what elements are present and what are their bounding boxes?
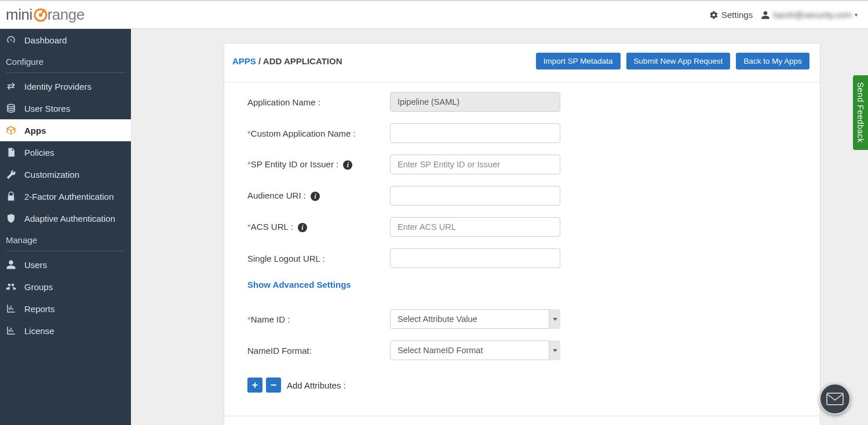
row-name-id: *Name ID : Select Attribute Value [247, 309, 797, 329]
wrench-icon [6, 169, 16, 179]
sidebar-item-label: Policies [24, 148, 54, 157]
row-nameid-format: NameID Format: Select NameID Format [247, 340, 797, 360]
brand-logo[interactable]: minirange [6, 6, 85, 24]
sidebar-section-manage: Manage [0, 229, 131, 250]
info-icon[interactable]: i [343, 160, 352, 170]
chart-icon [6, 325, 16, 336]
remove-attribute-button[interactable]: − [266, 378, 281, 393]
mail-icon [826, 393, 844, 405]
sidebar-item-reports[interactable]: Reports [0, 298, 131, 320]
select-name-id[interactable]: Select Attribute Value [390, 309, 560, 329]
breadcrumb: APPS / ADD APPLICATION [232, 56, 342, 66]
label-nameid-format: NameID Format: [247, 346, 390, 356]
input-app-name [390, 92, 560, 112]
mail-fab-button[interactable] [819, 383, 851, 415]
sidebar-item-label: Identity Providers [24, 82, 92, 91]
header-buttons: Import SP Metadata Submit New App Reques… [536, 53, 809, 69]
exchange-icon [6, 81, 16, 91]
user-email: harsh@security.com [773, 10, 852, 20]
submit-app-request-button[interactable]: Submit New App Request [626, 53, 731, 69]
sidebar-item-dashboard[interactable]: Dashboard [0, 29, 131, 51]
send-feedback-tab[interactable]: Send Feedback [853, 75, 868, 150]
input-sp-entity[interactable] [390, 155, 560, 174]
label-slo: Single Logout URL : [247, 254, 390, 263]
input-custom-name[interactable] [390, 123, 560, 143]
gear-icon [709, 10, 719, 20]
row-app-name: Application Name : [247, 92, 797, 112]
sidebar-item-label: Users [24, 260, 47, 270]
section-divider [224, 416, 820, 416]
app-panel: APPS / ADD APPLICATION Import SP Metadat… [224, 43, 820, 425]
sidebar-item-label: Dashboard [24, 35, 67, 45]
sidebar-item-adaptive-auth[interactable]: Adaptive Authentication [0, 207, 131, 229]
sidebar-item-label: Adaptive Authentication [24, 214, 115, 224]
row-add-attributes: + − Add Attributes : [247, 378, 797, 393]
sidebar-divider [6, 72, 125, 73]
sidebar-item-identity-providers[interactable]: Identity Providers [0, 75, 131, 97]
sidebar-item-label: User Stores [24, 104, 70, 113]
panel-header: APPS / ADD APPLICATION Import SP Metadat… [224, 43, 820, 83]
breadcrumb-sep: / [256, 56, 263, 66]
sidebar-item-policies[interactable]: Policies [0, 141, 131, 163]
row-sp-entity: *SP Entity ID or Issuer : i [247, 155, 797, 174]
breadcrumb-apps-link[interactable]: APPS [232, 56, 256, 66]
info-icon[interactable]: i [311, 192, 320, 201]
shield-icon [6, 213, 16, 224]
input-audience[interactable] [390, 186, 560, 206]
sidebar-item-label: License [24, 326, 54, 336]
lock-icon [6, 191, 16, 201]
panel-body: Application Name : *Custom Application N… [224, 83, 820, 425]
row-slo: Single Logout URL : [247, 248, 797, 268]
info-icon[interactable]: i [298, 223, 307, 232]
label-acs: *ACS URL : i [247, 222, 390, 233]
sidebar-item-2fa[interactable]: 2-Factor Authentication [0, 185, 131, 207]
user-icon [6, 259, 16, 270]
dashboard-icon [6, 35, 16, 45]
logo-text-main: mini [6, 6, 32, 24]
sidebar-item-label: Apps [24, 126, 46, 135]
sidebar-section-configure: Configure [0, 51, 131, 71]
row-acs: *ACS URL : i [247, 217, 797, 237]
label-name-id: *Name ID : [247, 314, 390, 324]
sidebar-item-label: Reports [24, 304, 55, 314]
input-slo[interactable] [390, 248, 560, 268]
user-icon [761, 10, 770, 20]
document-icon [6, 147, 16, 157]
sidebar-item-users[interactable]: Users [0, 254, 131, 276]
user-menu[interactable]: harsh@security.com ▾ [761, 10, 858, 20]
label-custom-name: *Custom Application Name : [247, 129, 390, 138]
row-advanced-link: Show Advanced Settings [247, 280, 797, 290]
chart-icon [6, 303, 16, 314]
add-attribute-button[interactable]: + [247, 378, 262, 393]
database-icon [6, 103, 16, 113]
sidebar-item-apps[interactable]: Apps [0, 119, 131, 141]
row-custom-name: *Custom Application Name : [247, 123, 797, 143]
sidebar-item-customization[interactable]: Customization [0, 163, 131, 185]
select-nameid-format-wrap: Select NameID Format [390, 340, 560, 360]
logo-text-accent: range [48, 6, 85, 24]
select-name-id-wrap: Select Attribute Value [390, 309, 560, 329]
label-app-name: Application Name : [247, 97, 390, 107]
topbar-right: Settings harsh@security.com ▾ [709, 10, 858, 20]
input-acs[interactable] [390, 217, 560, 237]
svg-point-1 [39, 13, 42, 17]
sidebar-item-license[interactable]: License [0, 320, 131, 342]
import-metadata-button[interactable]: Import SP Metadata [536, 53, 621, 69]
sidebar-item-label: Groups [24, 282, 53, 292]
show-advanced-link[interactable]: Show Advanced Settings [247, 280, 351, 290]
main-content: APPS / ADD APPLICATION Import SP Metadat… [131, 29, 868, 425]
sidebar-item-user-stores[interactable]: User Stores [0, 97, 131, 119]
users-icon [6, 281, 16, 292]
top-bar: minirange Settings harsh@security.com ▾ [0, 0, 868, 29]
user-caret: ▾ [855, 12, 858, 18]
settings-link[interactable]: Settings [709, 10, 753, 20]
label-sp-entity: *SP Entity ID or Issuer : i [247, 159, 390, 170]
row-audience: Audience URI : i [247, 186, 797, 206]
breadcrumb-current: ADD APPLICATION [263, 56, 342, 66]
sidebar-item-groups[interactable]: Groups [0, 276, 131, 298]
box-icon [6, 125, 16, 135]
settings-label: Settings [721, 10, 753, 20]
select-nameid-format[interactable]: Select NameID Format [390, 340, 560, 360]
back-to-apps-button[interactable]: Back to My Apps [736, 53, 809, 69]
sidebar-item-label: Customization [24, 170, 79, 179]
